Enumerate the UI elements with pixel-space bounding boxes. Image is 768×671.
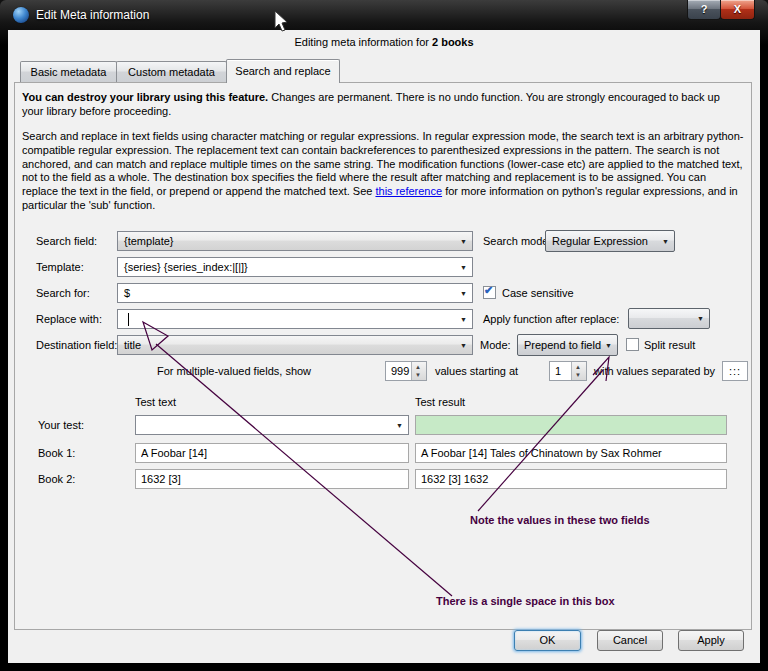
search-for-label: Search for: <box>36 287 90 299</box>
spin-up-icon[interactable]: ▲ <box>575 364 581 370</box>
chevron-down-icon: ▼ <box>662 238 669 245</box>
header-text: Editing meta information for <box>294 36 432 48</box>
chevron-down-icon: ▼ <box>605 342 612 349</box>
split-result-label: Split result <box>644 339 695 351</box>
book2-text-input[interactable] <box>135 469 409 489</box>
titlebar[interactable]: Edit Meta information ? X <box>0 0 768 30</box>
case-sensitive-checkbox[interactable]: ✔ <box>483 286 496 299</box>
apply-function-label: Apply function after replace: <box>483 313 619 325</box>
template-combo[interactable]: {series} {series_index:|[|]} ▼ <box>117 257 473 277</box>
start-value-spinner[interactable]: 1 ▲▼ <box>549 361 587 381</box>
multiple-values-text3: with values separated by <box>594 365 715 377</box>
mode-value: Prepend to field <box>524 339 601 351</box>
case-sensitive-label: Case sensitive <box>502 287 574 299</box>
spin-down-icon[interactable]: ▼ <box>415 372 421 378</box>
replace-with-combo[interactable]: ▼ <box>117 309 473 329</box>
chevron-down-icon: ▼ <box>396 422 403 429</box>
dialog-header: Editing meta information for 2 books <box>8 36 760 48</box>
search-mode-label: Search mode: <box>483 235 551 247</box>
cancel-button[interactable]: Cancel <box>597 630 663 651</box>
split-result-checkbox[interactable] <box>626 338 639 351</box>
template-label: Template: <box>36 261 84 273</box>
annotation-note-two-fields: Note the values in these two fields <box>470 514 650 526</box>
tab-basic-metadata[interactable]: Basic metadata <box>20 61 117 82</box>
tab-search-and-replace[interactable]: Search and replace <box>226 59 340 83</box>
spin-up-icon[interactable]: ▲ <box>415 364 421 370</box>
reference-link[interactable]: this reference <box>375 185 442 197</box>
destination-field-combo[interactable]: title ▼ <box>117 335 473 355</box>
test-result-header: Test result <box>415 396 465 408</box>
show-values-value: 999 <box>391 365 409 377</box>
search-mode-value: Regular Expression <box>552 235 648 247</box>
chevron-down-icon: ▼ <box>460 264 467 271</box>
chevron-down-icon: ▼ <box>460 290 467 297</box>
spin-down-icon[interactable]: ▼ <box>575 372 581 378</box>
your-test-label: Your test: <box>38 419 84 431</box>
spinner-buttons[interactable]: ▲▼ <box>571 362 586 380</box>
help-button[interactable]: ? <box>687 0 721 20</box>
your-test-combo[interactable]: ▼ <box>135 415 409 435</box>
multiple-values-text2: values starting at <box>435 365 518 377</box>
warning-bold: You can destroy your library using this … <box>22 91 268 103</box>
test-text-header: Test text <box>135 396 176 408</box>
search-field-combo[interactable]: {template} ▼ <box>117 231 473 251</box>
close-button[interactable]: X <box>720 0 755 20</box>
replace-with-label: Replace with: <box>36 313 102 325</box>
book1-text-input[interactable] <box>135 443 409 463</box>
annotation-single-space: There is a single space in this box <box>436 595 615 607</box>
book1-result: A Foobar [14] Tales of Chinatown by Sax … <box>415 443 727 463</box>
description-text: Search and replace in text fields using … <box>22 130 744 213</box>
ok-button[interactable]: OK <box>514 630 581 651</box>
mode-combo[interactable]: Prepend to field ▼ <box>517 334 618 356</box>
app-info-icon <box>13 7 29 23</box>
search-for-combo[interactable]: $ ▼ <box>117 283 473 303</box>
search-field-value: {template} <box>124 235 174 247</box>
show-values-spinner[interactable]: 999 ▲▼ <box>385 361 427 381</box>
book2-result: 1632 [3] 1632 <box>415 469 727 489</box>
warning-text: You can destroy your library using this … <box>22 91 744 119</box>
spinner-buttons[interactable]: ▲▼ <box>411 362 426 380</box>
check-icon: ✔ <box>484 284 493 297</box>
multiple-values-text1: For multiple-valued fields, show <box>157 365 311 377</box>
book2-label: Book 2: <box>38 473 75 485</box>
chevron-down-icon: ▼ <box>460 316 467 323</box>
text-caret <box>128 313 129 326</box>
mode-label: Mode: <box>480 339 511 351</box>
template-value: {series} {series_index:|[|]} <box>124 261 248 273</box>
destination-field-value: title <box>124 339 141 351</box>
your-test-result <box>415 415 727 435</box>
search-field-label: Search field: <box>36 235 97 247</box>
chevron-down-icon: ▼ <box>460 238 467 245</box>
start-value: 1 <box>555 365 561 377</box>
tab-custom-metadata[interactable]: Custom metadata <box>116 61 227 82</box>
window-title: Edit Meta information <box>36 8 149 22</box>
search-for-value: $ <box>124 287 130 299</box>
header-book-count: 2 books <box>432 36 474 48</box>
apply-function-combo[interactable]: ▼ <box>628 308 710 329</box>
separator-input[interactable]: ::: <box>722 361 748 381</box>
destination-field-label: Destination field: <box>36 339 117 351</box>
apply-button[interactable]: Apply <box>678 630 744 651</box>
chevron-down-icon: ▼ <box>697 315 704 322</box>
book1-label: Book 1: <box>38 447 75 459</box>
search-mode-combo[interactable]: Regular Expression ▼ <box>545 230 675 252</box>
chevron-down-icon: ▼ <box>460 342 467 349</box>
